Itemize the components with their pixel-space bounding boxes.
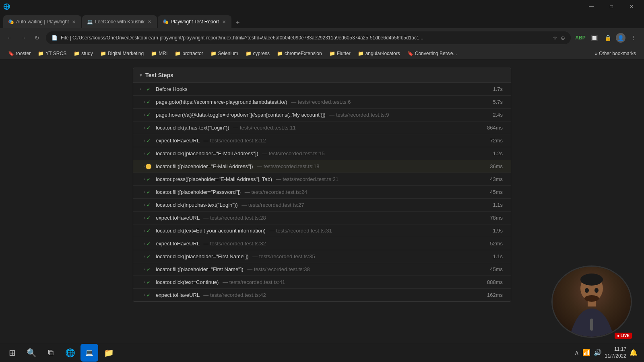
expand-before-hooks[interactable]: › bbox=[133, 87, 144, 91]
notification-icon[interactable]: 🔔 bbox=[630, 349, 638, 356]
bookmark-rooster[interactable]: 🔖 rooster bbox=[5, 49, 34, 58]
extensions-button[interactable]: ABP bbox=[575, 32, 586, 43]
start-button[interactable]: ⊞ bbox=[3, 344, 21, 362]
network-icon[interactable]: 📶 bbox=[582, 349, 590, 356]
bookmark-study[interactable]: 📁 study bbox=[70, 49, 96, 58]
expand-5[interactable]: › bbox=[133, 151, 144, 156]
status-check-2: ✓ bbox=[144, 112, 153, 118]
star-icon[interactable]: ☆ bbox=[553, 35, 557, 41]
bookmark-chromeextension[interactable]: 📁 chromeExtension bbox=[274, 49, 325, 58]
address-bar: ← → ↻ 📄 File | C:/Users/kouss/OneDrive/D… bbox=[0, 28, 644, 47]
search-button[interactable]: 🔍 bbox=[23, 344, 40, 362]
step-row-16[interactable]: › ✓ expect.toHaveURL — tests/recorded.te… bbox=[133, 289, 511, 301]
forward-button[interactable]: → bbox=[19, 33, 28, 43]
edge-button[interactable]: 🌐 bbox=[61, 344, 79, 362]
url-bar[interactable]: 📄 File | C:/Users/kouss/OneDrive/Desktop… bbox=[46, 31, 571, 44]
step-file-16: — tests/recorded.test.ts:42 bbox=[203, 292, 266, 298]
url-icons: ☆ ⊕ bbox=[553, 35, 565, 41]
star-icon-2[interactable]: ⊕ bbox=[561, 35, 565, 41]
account-button[interactable]: 👤 bbox=[616, 33, 625, 43]
expand-1[interactable]: › bbox=[133, 100, 144, 104]
toolbar-btn-2[interactable]: 🔲 bbox=[588, 32, 600, 43]
tab-title-1: Auto-waiting | Playwright bbox=[16, 19, 69, 25]
expand-6[interactable]: › bbox=[133, 164, 144, 169]
step-row-14[interactable]: › ✓ locator.fill([placeholder="First Nam… bbox=[133, 263, 511, 276]
step-row-before-hooks[interactable]: › ✓ Before Hooks 1.7s bbox=[133, 83, 511, 96]
test-steps-header[interactable]: ▾ Test Steps bbox=[133, 68, 511, 83]
expand-9[interactable]: › bbox=[133, 203, 144, 207]
tab-close-2[interactable]: ✕ bbox=[147, 19, 152, 25]
step-label-4: expect.toHaveURL — tests/recorded.test.t… bbox=[153, 138, 483, 144]
tab-playwright[interactable]: 🎭 Playwright Test Report ✕ bbox=[158, 15, 231, 28]
bookmark-mri[interactable]: 📁 MRI bbox=[148, 49, 171, 58]
tab-auto-waiting[interactable]: 🎭 Auto-waiting | Playwright ✕ bbox=[3, 15, 81, 28]
taskview-button[interactable]: ⧉ bbox=[42, 344, 60, 362]
step-row-13[interactable]: › ✓ locator.click([placeholder="First Na… bbox=[133, 250, 511, 263]
step-row-8[interactable]: › ✓ locator.fill([placeholder="Password"… bbox=[133, 186, 511, 199]
tab-close-1[interactable]: ✕ bbox=[71, 19, 76, 25]
step-row-10[interactable]: › ✓ expect.toHaveURL — tests/recorded.te… bbox=[133, 212, 511, 224]
bookmark-digital-marketing[interactable]: 📁 Digital Marketing bbox=[97, 49, 147, 58]
minimize-button[interactable]: — bbox=[582, 0, 601, 13]
step-row-4[interactable]: › ✓ expect.toHaveURL — tests/recorded.te… bbox=[133, 134, 511, 147]
expand-10[interactable]: › bbox=[133, 216, 144, 220]
back-button[interactable]: ← bbox=[5, 33, 14, 43]
step-label-1: page.goto(https://ecommerce-playground.l… bbox=[153, 99, 483, 105]
step-duration-3: 864ms bbox=[483, 125, 511, 131]
bookmark-protractor[interactable]: 📁 protractor bbox=[171, 49, 206, 58]
bookmarks-bar: 🔖 rooster 📁 YT SRCS 📁 study 📁 Digital Ma… bbox=[0, 47, 644, 60]
expand-4[interactable]: › bbox=[133, 138, 144, 143]
files-button[interactable]: 📁 bbox=[100, 344, 118, 362]
bookmark-angular-locators[interactable]: 📁 angular-locators bbox=[355, 49, 403, 58]
expand-14[interactable]: › bbox=[133, 267, 144, 272]
step-duration-10: 78ms bbox=[483, 215, 511, 221]
step-row-12[interactable]: › ✓ expect.toHaveURL — tests/recorded.te… bbox=[133, 237, 511, 250]
collapse-icon[interactable]: ▾ bbox=[140, 72, 142, 78]
volume-icon[interactable]: 🔊 bbox=[594, 349, 602, 356]
chevron-up-icon[interactable]: ∧ bbox=[574, 349, 579, 356]
menu-button[interactable]: ⋮ bbox=[628, 32, 639, 43]
expand-3[interactable]: › bbox=[133, 125, 144, 130]
tab-close-3[interactable]: ✕ bbox=[221, 19, 227, 25]
vscode-button[interactable]: 💻 bbox=[80, 344, 98, 362]
taskbar-clock[interactable]: 11:17 11/7/2022 bbox=[605, 346, 626, 360]
expand-15[interactable]: › bbox=[133, 280, 144, 284]
expand-13[interactable]: › bbox=[133, 254, 144, 259]
step-row-2[interactable]: › ✓ page.hover(//a[@data-toggle='dropdow… bbox=[133, 109, 511, 121]
window-controls: — □ ✕ bbox=[582, 0, 641, 13]
tab-leetcode[interactable]: 💻 LeetCode with Koushik ✕ bbox=[82, 15, 157, 28]
expand-12[interactable]: › bbox=[133, 241, 144, 246]
maximize-button[interactable]: □ bbox=[602, 0, 621, 13]
expand-16[interactable]: › bbox=[133, 293, 144, 297]
bookmark-yt-srcs[interactable]: 📁 YT SRCS bbox=[35, 49, 70, 58]
expand-8[interactable]: › bbox=[133, 190, 144, 194]
expand-2[interactable]: › bbox=[133, 113, 144, 117]
step-row-3[interactable]: › ✓ locator.click(a:has-text("Login")) —… bbox=[133, 121, 511, 134]
toolbar-btn-3[interactable]: 🔒 bbox=[602, 32, 613, 43]
new-tab-button[interactable]: + bbox=[232, 17, 244, 28]
step-row-11[interactable]: › ✓ locator.click(text=Edit your account… bbox=[133, 224, 511, 237]
step-row-6[interactable]: › locator.fill([placeholder="E-Mail Addr… bbox=[133, 160, 511, 173]
step-text-4: expect.toHaveURL bbox=[156, 138, 200, 144]
bookmark-other[interactable]: » Other bookmarks bbox=[592, 49, 639, 58]
expand-7[interactable]: › bbox=[133, 177, 144, 181]
step-duration-11: 1.9s bbox=[483, 228, 511, 234]
step-row-1[interactable]: › ✓ page.goto(https://ecommerce-playgrou… bbox=[133, 96, 511, 109]
step-duration-5: 1.2s bbox=[483, 150, 511, 156]
step-row-9[interactable]: › ✓ locator.click(input:has-text("Login"… bbox=[133, 199, 511, 212]
step-file-3: — tests/recorded.test.ts:11 bbox=[233, 125, 295, 131]
expand-11[interactable]: › bbox=[133, 228, 144, 233]
step-row-7[interactable]: › ✓ locator.press([placeholder="E-Mail A… bbox=[133, 173, 511, 186]
close-button[interactable]: ✕ bbox=[622, 0, 641, 13]
bookmark-converting[interactable]: 🔖 Converting Betwe... bbox=[404, 49, 460, 58]
step-row-5[interactable]: › ✓ locator.click([placeholder="E-Mail A… bbox=[133, 147, 511, 160]
step-row-15[interactable]: › ✓ locator.click(text=Continue) — tests… bbox=[133, 276, 511, 289]
refresh-button[interactable]: ↻ bbox=[32, 33, 42, 43]
test-steps-container: ▾ Test Steps › ✓ Before Hooks 1.7s › ✓ p… bbox=[133, 68, 511, 302]
bookmark-flutter[interactable]: 📁 Flutter bbox=[326, 49, 354, 58]
bookmark-cypress[interactable]: 📁 cypress bbox=[242, 49, 273, 58]
bookmark-selenium[interactable]: 📁 Selenium bbox=[207, 49, 242, 58]
step-text-11: locator.click(text=Edit your account inf… bbox=[156, 228, 266, 234]
bookmark-label-12: Converting Betwe... bbox=[415, 51, 457, 56]
step-duration-before-hooks: 1.7s bbox=[483, 86, 511, 92]
